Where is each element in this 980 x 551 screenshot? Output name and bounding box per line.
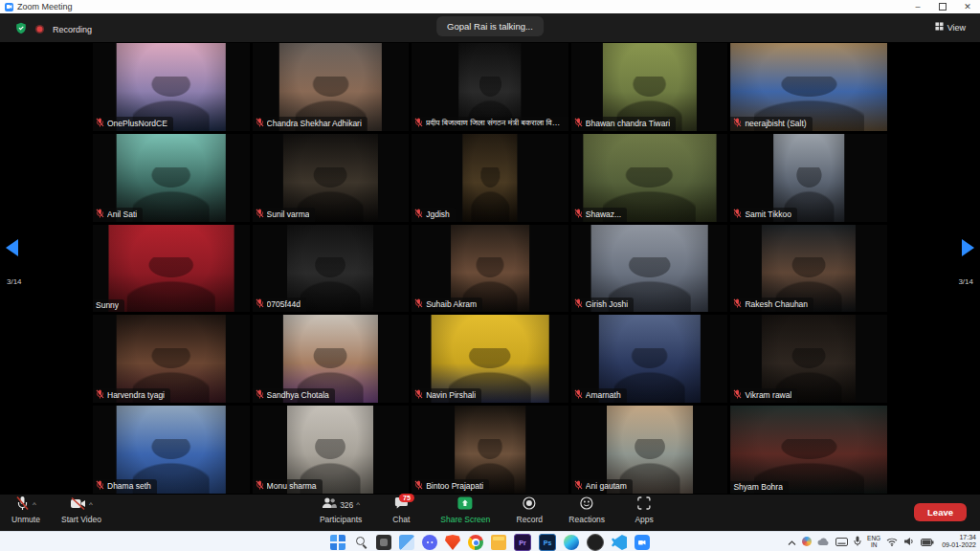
participant-tile[interactable]: Sunny	[93, 225, 250, 313]
participants-button[interactable]: 326 ^ Participants	[320, 497, 362, 524]
tray-app-icon[interactable]	[802, 537, 812, 546]
video-options-chevron[interactable]: ^	[89, 501, 93, 509]
participant-name: Samit Tikkoo	[745, 209, 791, 219]
participant-nameplate: Sandhya Chotala	[253, 388, 335, 403]
participant-tile[interactable]: Navin Pirshali	[412, 315, 568, 403]
view-button[interactable]: View	[930, 20, 970, 34]
participant-video	[108, 225, 234, 313]
participant-tile[interactable]: Sunil varma	[253, 134, 410, 222]
participant-tile[interactable]: प्रदीप बिजल्वाण जिला संगठन मंत्री बकराला…	[412, 43, 568, 131]
participants-icon	[322, 496, 337, 514]
participant-nameplate: Chandra Shekhar Adhikari	[253, 117, 368, 131]
participant-nameplate: Harvendra tyagi	[93, 388, 170, 403]
leave-button[interactable]: Leave	[914, 503, 967, 521]
share-screen-button[interactable]: Share Screen	[440, 497, 490, 524]
muted-mic-icon	[574, 480, 583, 492]
muted-mic-icon	[733, 389, 742, 401]
participant-tile[interactable]: Bhawan chandra Tiwari	[571, 43, 728, 131]
unmute-button[interactable]: ^ Unmute	[10, 497, 42, 524]
muted-mic-icon	[574, 209, 583, 220]
participant-name: Shawaz...	[586, 209, 621, 219]
photoshop-icon[interactable]: Ps	[539, 534, 556, 551]
touch-keyboard-icon[interactable]	[835, 533, 848, 550]
encryption-shield-icon[interactable]	[15, 21, 27, 38]
vscode-icon[interactable]	[612, 535, 627, 550]
language-indicator[interactable]: ENG IN	[867, 535, 880, 548]
edge-icon[interactable]	[564, 535, 579, 550]
participant-tile[interactable]: Girish Joshi	[571, 225, 728, 313]
minimize-button[interactable]: –	[905, 0, 930, 13]
microphone-tray-icon[interactable]	[854, 533, 861, 550]
participant-tile[interactable]: Rakesh Chauhan	[730, 225, 887, 313]
hidden-icons-chevron-icon[interactable]	[788, 533, 796, 550]
muted-mic-icon	[256, 389, 264, 401]
file-explorer-icon[interactable]	[491, 535, 506, 550]
participant-tile[interactable]: 0705f44d	[253, 225, 410, 313]
participant-tile[interactable]: Samit Tikkoo	[730, 134, 887, 222]
participants-count: 326	[340, 500, 353, 510]
participant-tile[interactable]: Shawaz...	[571, 134, 728, 222]
reactions-button[interactable]: Reactions	[568, 497, 605, 524]
participant-tile[interactable]: Dhama seth	[93, 406, 250, 494]
start-video-button[interactable]: ^ Start Video	[61, 497, 101, 524]
muted-mic-icon	[574, 118, 583, 129]
record-button[interactable]: Record	[513, 497, 546, 524]
participant-name: Shyam Bohra	[733, 482, 783, 492]
grid-view-icon	[935, 22, 944, 33]
chrome-icon[interactable]	[468, 535, 483, 550]
discord-icon[interactable]	[422, 535, 437, 550]
close-button[interactable]: ✕	[955, 0, 980, 13]
participant-tile[interactable]: neerajbisht (Salt)	[730, 43, 887, 131]
participant-tile[interactable]: OnePlusNordCE	[93, 43, 250, 131]
task-view-icon[interactable]	[376, 535, 391, 550]
participant-tile[interactable]: Ani gautam	[571, 406, 728, 494]
participant-name: neerajbisht (Salt)	[745, 119, 806, 128]
muted-mic-icon	[96, 389, 104, 401]
unmute-options-chevron[interactable]: ^	[33, 501, 36, 509]
camera-app-icon[interactable]	[587, 534, 604, 551]
participants-options-chevron[interactable]: ^	[356, 501, 360, 509]
participant-tile[interactable]: Jgdish	[412, 134, 568, 222]
participant-tile[interactable]: Vikram rawal	[730, 315, 887, 403]
widgets-icon[interactable]	[399, 535, 414, 550]
onedrive-cloud-icon[interactable]	[817, 533, 830, 550]
premiere-pro-icon[interactable]: Pr	[514, 534, 531, 551]
participant-nameplate: Ani gautam	[571, 479, 633, 494]
participant-name: Monu sharma	[267, 481, 317, 491]
participant-name: Ani gautam	[586, 481, 627, 491]
participant-tile[interactable]: Bintoo Prajapati	[412, 406, 568, 494]
participant-nameplate: Monu sharma	[253, 479, 323, 494]
zoom-app-icon	[5, 3, 13, 11]
maximize-button[interactable]	[930, 0, 955, 13]
next-page-arrow[interactable]	[962, 239, 974, 256]
apps-button[interactable]: Apps	[628, 497, 660, 524]
start-icon[interactable]	[330, 535, 345, 550]
previous-page-arrow[interactable]	[6, 239, 18, 256]
participant-name: Suhaib Akram	[426, 299, 477, 309]
participant-name: Rakesh Chauhan	[745, 299, 808, 309]
brave-icon[interactable]	[445, 535, 460, 550]
battery-icon[interactable]	[921, 533, 934, 550]
participant-tile[interactable]: Amarnath	[571, 315, 728, 403]
record-icon	[523, 496, 536, 514]
chat-button[interactable]: 75 Chat	[385, 497, 417, 524]
participant-tile[interactable]: Monu sharma	[253, 406, 410, 494]
participant-tile[interactable]: Harvendra tyagi	[93, 315, 250, 403]
participant-tile[interactable]: Shyam Bohra	[730, 406, 887, 494]
wifi-icon[interactable]	[886, 533, 898, 550]
participant-nameplate: Jgdish	[412, 208, 456, 222]
search-icon[interactable]	[353, 535, 368, 550]
active-speaker-tooltip: Gopal Rai is talking...	[436, 16, 544, 36]
participant-tile[interactable]: Suhaib Akram	[412, 225, 568, 313]
participant-tile[interactable]: Sandhya Chotala	[253, 315, 410, 403]
participant-name: Bintoo Prajapati	[426, 481, 483, 491]
taskbar-clock[interactable]: 17:34 09-01-2022	[942, 534, 976, 549]
zoom-icon[interactable]	[635, 535, 650, 550]
participant-tile[interactable]: Chandra Shekhar Adhikari	[253, 43, 410, 131]
participant-nameplate: OnePlusNordCE	[93, 117, 173, 131]
participant-tile[interactable]: Anil Sati	[93, 134, 250, 222]
view-label: View	[947, 23, 966, 33]
participant-nameplate: Navin Pirshali	[412, 388, 481, 403]
volume-icon[interactable]	[903, 533, 915, 550]
participant-name: Navin Pirshali	[426, 390, 476, 400]
